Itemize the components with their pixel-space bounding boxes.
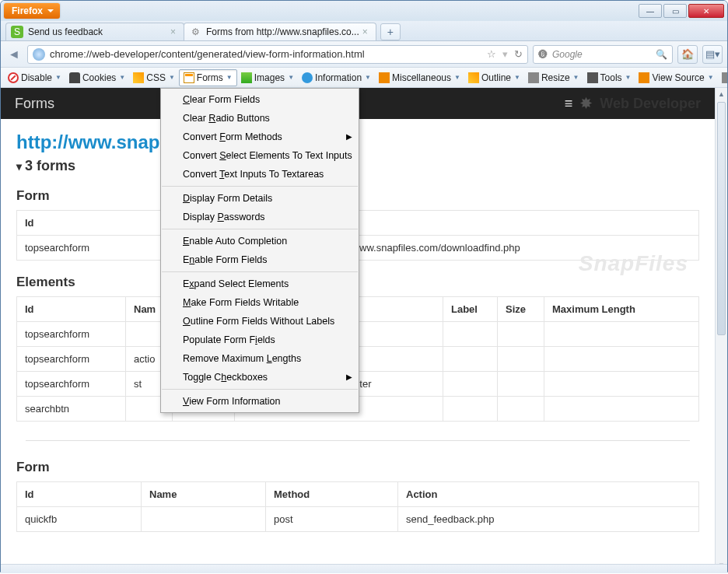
section-form: Form: [16, 460, 699, 475]
col-id: Id: [17, 482, 142, 507]
menu-convert-select-to-text[interactable]: Convert Select Elements To Text Inputs: [161, 146, 359, 165]
menu-expand-select-elements[interactable]: Expand Select Elements: [161, 275, 359, 293]
new-tab-button[interactable]: +: [380, 23, 401, 40]
search-placeholder: Google: [552, 49, 583, 60]
menu-enable-form-fields[interactable]: Enable Form Fields: [161, 250, 359, 269]
gear-icon[interactable]: ✸: [580, 95, 592, 112]
bookmarks-menu-button[interactable]: ▤▾: [702, 45, 723, 64]
scroll-up-icon[interactable]: ▲: [716, 88, 727, 100]
tab-label: Send us feedback: [28, 26, 103, 37]
maximize-button[interactable]: ▭: [663, 4, 687, 18]
disable-icon: [8, 72, 19, 83]
favicon-icon: S: [11, 26, 23, 38]
tab-bar: S Send us feedback × ⚙ Forms from http:/…: [1, 21, 727, 41]
google-icon: 🅖: [538, 49, 548, 60]
menu-convert-text-to-textarea[interactable]: Convert Text Inputs To Textareas: [161, 165, 359, 184]
wd-options[interactable]: Options▼: [718, 69, 728, 86]
forms-icon: [184, 72, 194, 83]
tab-forms-info[interactable]: ⚙ Forms from http://www.snapfiles.co... …: [184, 23, 376, 40]
menu-display-form-details[interactable]: Display Form Details: [161, 189, 359, 208]
col-name: Name: [142, 482, 266, 507]
page-header-title: Forms: [15, 96, 54, 112]
col-method: Method: [266, 482, 398, 507]
menu-toggle-checkboxes[interactable]: Toggle Checkboxes▶: [161, 368, 359, 387]
tools-icon: [587, 72, 598, 83]
page-header-brand: Web Developer: [600, 96, 701, 112]
wd-disable[interactable]: Disable▼: [4, 69, 65, 86]
menu-separator: [162, 389, 358, 390]
web-developer-toolbar: Disable▼ Cookies▼ CSS▼ Forms▼ Images▼ In…: [1, 68, 727, 88]
bookmark-star-icon[interactable]: ☆: [487, 48, 496, 60]
wd-css[interactable]: CSS▼: [129, 69, 179, 86]
search-go-icon[interactable]: 🔍: [656, 49, 667, 60]
menu-clear-form-fields[interactable]: Clear Form Fields: [161, 90, 359, 109]
table-row: quickfb post send_feedback.php: [17, 507, 699, 532]
wd-forms[interactable]: Forms▼: [179, 69, 237, 86]
info-icon: [302, 72, 313, 83]
col-action: Action: [398, 482, 699, 507]
resize-icon: [528, 72, 539, 83]
form2-table: Id Name Method Action quickfb post send_…: [16, 481, 699, 532]
wd-miscellaneous[interactable]: Miscellaneous▼: [375, 69, 464, 86]
close-button[interactable]: ✕: [688, 4, 724, 18]
site-identity-icon: [33, 48, 45, 61]
hamburger-icon[interactable]: ≡: [565, 96, 573, 112]
vertical-scrollbar[interactable]: ▲ ▼: [715, 88, 727, 572]
menu-separator: [162, 229, 358, 229]
options-icon: [722, 72, 728, 83]
menu-populate-form-fields[interactable]: Populate Form Fields: [161, 331, 359, 349]
menu-separator: [162, 186, 358, 187]
source-icon: [639, 72, 649, 83]
scrollbar-thumb[interactable]: [717, 102, 726, 335]
wd-images[interactable]: Images▼: [237, 69, 298, 86]
tab-label: Forms from http://www.snapfiles.co...: [206, 26, 359, 37]
home-button[interactable]: 🏠: [677, 45, 698, 64]
url-text: chrome://web-developer/content/generated…: [50, 48, 365, 60]
search-box[interactable]: 🅖 Google 🔍: [533, 45, 673, 64]
wd-tools[interactable]: Tools▼: [583, 69, 635, 86]
address-bar[interactable]: chrome://web-developer/content/generated…: [27, 45, 528, 64]
window-titlebar: Firefox — ▭ ✕: [1, 1, 727, 21]
menu-remove-maximum-lengths[interactable]: Remove Maximum Lengths: [161, 349, 359, 368]
tab-close-icon[interactable]: ×: [359, 26, 371, 37]
tab-feedback[interactable]: S Send us feedback ×: [5, 23, 184, 40]
menu-convert-form-methods[interactable]: Convert Form Methods▶: [161, 128, 359, 146]
divider: [26, 440, 690, 441]
misc-icon: [379, 72, 390, 83]
col-size: Size: [498, 297, 544, 322]
wd-information[interactable]: Information▼: [298, 69, 375, 86]
forms-dropdown-menu: Clear Form Fields Clear Radio Buttons Co…: [160, 88, 359, 413]
menu-view-form-information[interactable]: View Form Information: [161, 392, 359, 411]
outline-icon: [468, 72, 479, 83]
menu-make-fields-writable[interactable]: Make Form Fields Writable: [161, 293, 359, 312]
wd-resize[interactable]: Resize▼: [524, 69, 583, 86]
navigation-bar: ◄ chrome://web-developer/content/generat…: [1, 41, 727, 68]
firefox-menu-button[interactable]: Firefox: [4, 3, 60, 19]
menu-clear-radio-buttons[interactable]: Clear Radio Buttons: [161, 109, 359, 128]
menu-display-passwords[interactable]: Display Passwords: [161, 208, 359, 226]
wd-cookies[interactable]: Cookies▼: [65, 69, 129, 86]
images-icon: [241, 72, 252, 83]
col-id: Id: [17, 297, 126, 322]
col-maxlen: Maximum Length: [544, 297, 699, 322]
window-status-bar: [1, 564, 727, 572]
wd-outline[interactable]: Outline▼: [464, 69, 524, 86]
css-icon: [133, 72, 144, 83]
favicon-icon: ⚙: [189, 26, 201, 38]
cookies-icon: [69, 72, 80, 83]
menu-enable-auto-completion[interactable]: Enable Auto Completion: [161, 232, 359, 250]
reload-button[interactable]: ↻: [514, 48, 523, 60]
col-label: Label: [443, 297, 498, 322]
menu-separator: [162, 271, 358, 272]
wd-view-source[interactable]: View Source▼: [635, 69, 717, 86]
minimize-button[interactable]: —: [639, 4, 662, 18]
back-button[interactable]: ◄: [5, 47, 23, 61]
tab-close-icon[interactable]: ×: [167, 26, 179, 37]
menu-outline-fields-without-labels[interactable]: Outline Form Fields Without Labels: [161, 312, 359, 331]
